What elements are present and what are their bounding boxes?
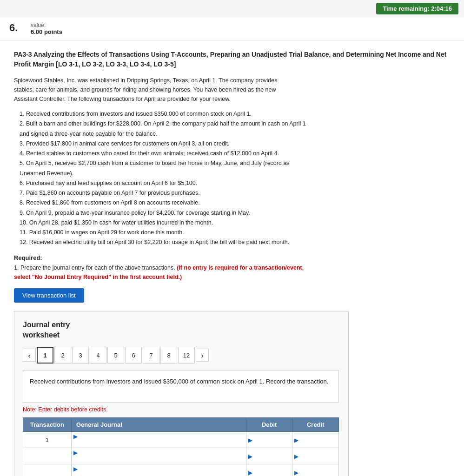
- question-meta: value: 6.00 points: [31, 22, 62, 35]
- list-item: 10. On April 28, paid $1,350 in cash for…: [20, 218, 312, 228]
- list-item: 12. Received an electric utility bill on…: [20, 238, 312, 247]
- general-journal-cell[interactable]: ▶: [71, 464, 246, 476]
- problem-description: Spicewood Stables, Inc. was established …: [14, 76, 293, 104]
- table-row: ▶▶▶: [23, 448, 339, 464]
- debit-arrow-icon: ▶: [248, 437, 252, 443]
- note-text: Note: Enter debits before credits.: [23, 406, 340, 413]
- dropdown-arrow-icon: ▶: [73, 466, 78, 472]
- worksheet-title: Journal entry worksheet: [23, 320, 340, 341]
- list-item: 5. On April 5, received $2,700 cash from…: [20, 159, 312, 178]
- debit-cell[interactable]: ▶: [246, 432, 292, 448]
- tab-2[interactable]: 2: [54, 347, 71, 364]
- view-transaction-list-button[interactable]: View transaction list: [14, 288, 84, 303]
- tab-5[interactable]: 5: [107, 347, 124, 364]
- tab-3[interactable]: 3: [72, 347, 89, 364]
- credit-cell[interactable]: ▶: [292, 448, 339, 464]
- tab-6[interactable]: 6: [125, 347, 142, 364]
- tab-4[interactable]: 4: [90, 347, 106, 364]
- list-item: 6. Purchased hay and feed supplies on ac…: [20, 178, 312, 188]
- dropdown-arrow-icon: ▶: [73, 450, 78, 456]
- debit-cell[interactable]: ▶: [246, 464, 292, 476]
- col-debit: Debit: [246, 418, 292, 432]
- list-item: 7. Paid $1,860 on accounts payable on Ap…: [20, 188, 312, 198]
- dropdown-arrow-icon: ▶: [73, 433, 78, 440]
- list-item: 1. Received contributions from investors…: [20, 109, 312, 119]
- worksheet-container: Journal entry worksheet ‹ 1 2 3 4 5 6 7 …: [14, 311, 349, 476]
- transaction-cell: 1: [23, 432, 72, 448]
- table-row: ▶▶▶: [23, 464, 339, 476]
- transaction-cell: [23, 448, 72, 464]
- value-label: value:: [31, 22, 62, 28]
- debit-cell[interactable]: ▶: [246, 448, 292, 464]
- tabs-row: ‹ 1 2 3 4 5 6 7 8 12 ›: [23, 347, 340, 364]
- transactions-list: 1. Received contributions from investors…: [14, 109, 312, 248]
- transaction-description-box: Received contributions from investors an…: [23, 370, 339, 403]
- top-bar: Time remaining: 2:04:16: [0, 0, 464, 17]
- transaction-cell: [23, 464, 72, 476]
- list-item: 9. On April 9, prepaid a two-year insura…: [20, 208, 312, 218]
- credit-cell[interactable]: ▶: [292, 464, 339, 476]
- required-section: Required: 1. Prepare the journal entry f…: [14, 254, 450, 282]
- credit-arrow-icon: ▶: [294, 437, 298, 443]
- list-item: 11. Paid $16,000 in wages on April 29 fo…: [20, 228, 312, 238]
- debit-arrow-icon: ▶: [248, 469, 252, 476]
- general-journal-input[interactable]: [73, 440, 244, 447]
- required-text: 1. Prepare the journal entry for each of…: [14, 263, 312, 282]
- general-journal-cell[interactable]: ▶: [71, 432, 246, 448]
- credit-arrow-icon: ▶: [294, 453, 298, 460]
- journal-table: Transaction General Journal Debit Credit…: [23, 417, 339, 476]
- tab-8[interactable]: 8: [160, 347, 177, 364]
- main-content: PA3-3 Analyzing the Effects of Transacti…: [0, 40, 464, 476]
- general-journal-input[interactable]: [73, 456, 244, 463]
- general-journal-input[interactable]: [73, 472, 244, 476]
- tab-7[interactable]: 7: [143, 347, 159, 364]
- col-credit: Credit: [292, 418, 339, 432]
- tab-next-button[interactable]: ›: [196, 349, 209, 362]
- list-item: 4. Rented stables to customers who cared…: [20, 149, 312, 159]
- credit-cell[interactable]: ▶: [292, 432, 339, 448]
- tab-prev-button[interactable]: ‹: [23, 349, 36, 362]
- debit-arrow-icon: ▶: [248, 453, 252, 460]
- credit-arrow-icon: ▶: [294, 469, 298, 476]
- timer-badge: Time remaining: 2:04:16: [376, 3, 458, 14]
- problem-title: PA3-3 Analyzing the Effects of Transacti…: [14, 50, 450, 69]
- col-transaction: Transaction: [23, 418, 72, 432]
- general-journal-cell[interactable]: ▶: [71, 448, 246, 464]
- list-item: 2. Built a barn and other buildings for …: [20, 119, 312, 139]
- required-item: 1. Prepare the journal entry for each of…: [14, 264, 175, 271]
- list-item: 8. Received $1,860 from customers on Apr…: [20, 198, 312, 208]
- col-general-journal: General Journal: [71, 418, 246, 432]
- tab-12[interactable]: 12: [178, 347, 195, 364]
- question-number: 6.: [9, 22, 23, 34]
- tab-1[interactable]: 1: [37, 347, 53, 364]
- list-item: 3. Provided $17,800 in animal care servi…: [20, 139, 312, 149]
- points-value: 6.00 points: [31, 28, 62, 35]
- question-header: 6. value: 6.00 points: [0, 17, 464, 40]
- table-row: 1▶▶▶: [23, 432, 339, 448]
- required-label: Required:: [14, 254, 450, 261]
